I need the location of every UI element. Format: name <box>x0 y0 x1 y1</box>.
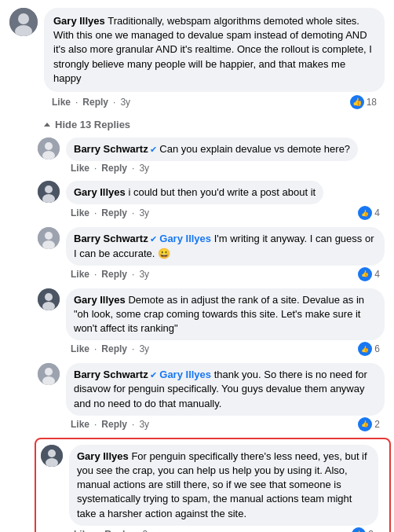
reply-like-count-wrap-1: 👍 4 <box>358 206 380 220</box>
reply-body-2: Barry Schwartz✔ Gary Illyes I'm writing … <box>66 227 385 282</box>
main-comment: Gary Illyes Traditionally, webspam algor… <box>0 0 394 116</box>
hide-replies-button[interactable]: Hide 13 Replies <box>0 116 394 134</box>
reply-like-0[interactable]: Like <box>71 163 89 174</box>
reply-like-count-wrap-3: 👍 6 <box>358 342 380 356</box>
reply-reply-4[interactable]: Reply <box>101 419 127 430</box>
verified-icon-2: ✔ <box>150 234 157 244</box>
reply-author-3: Gary Illyes <box>74 294 126 306</box>
reply-like-count-3: 6 <box>374 343 380 354</box>
main-comment-actions: Like · Reply · 3y 👍 18 <box>44 92 385 111</box>
reply-time-4: 3y <box>139 419 149 430</box>
reply-actions-0: Like · Reply · 3y <box>66 161 385 175</box>
svg-point-19 <box>48 449 56 457</box>
reply-item: Barry Schwartz✔ Gary Illyes thank you. S… <box>35 359 394 435</box>
reply-time-1: 3y <box>139 207 149 218</box>
reply-like-icon-2: 👍 <box>358 267 372 281</box>
reply-author-1: Gary Illyes <box>74 186 126 198</box>
reply-bubble-3: Gary Illyes Demote as in adjust the rank… <box>66 288 385 341</box>
reply-like-5[interactable]: Like <box>74 529 93 532</box>
reply-bubble-4: Barry Schwartz✔ Gary Illyes thank you. S… <box>66 363 385 416</box>
reply-reply-2[interactable]: Reply <box>101 269 127 280</box>
reply-reply-1[interactable]: Reply <box>101 207 127 218</box>
reply-body-1: Gary Illyes i could but then you'd write… <box>66 181 385 222</box>
reply-avatar-barry2 <box>38 227 60 249</box>
reply-bubble-0: Barry Schwartz✔ Can you explain devalue … <box>66 138 358 161</box>
reply-avatar-gary1 <box>38 181 60 203</box>
reply-time-0: 3y <box>139 163 149 174</box>
svg-point-16 <box>45 368 53 376</box>
main-comment-bubble: Gary Illyes Traditionally, webspam algor… <box>44 8 385 92</box>
reply-body-3: Gary Illyes Demote as in adjust the rank… <box>66 288 385 358</box>
replies-section: Barry Schwartz✔ Can you explain devalue … <box>0 134 394 532</box>
reply-time-2: 3y <box>139 269 149 280</box>
reply-avatar-barry1 <box>38 138 60 160</box>
reply-like-icon-3: 👍 <box>358 342 372 356</box>
reply-author-2: Barry Schwartz <box>74 233 148 244</box>
reply-bubble-5: Gary Illyes For penguin specifically the… <box>69 445 378 526</box>
reply-item: Gary Illyes For penguin specifically the… <box>38 441 388 532</box>
svg-point-4 <box>45 142 53 150</box>
reply-like-3[interactable]: Like <box>71 343 89 354</box>
reply-like-2[interactable]: Like <box>71 269 89 280</box>
highlighted-reply-wrapper: Gary Illyes For penguin specifically the… <box>35 438 391 532</box>
svg-point-1 <box>18 13 29 24</box>
reply-item: Gary Illyes i could but then you'd write… <box>35 177 394 223</box>
reply-like-icon-5: 👍 <box>352 527 366 532</box>
main-comment-avatar <box>9 8 38 36</box>
reply-actions-1: Like · Reply · 3y 👍 4 <box>66 204 385 222</box>
main-comment-body: Gary Illyes Traditionally, webspam algor… <box>44 8 385 111</box>
main-like-button[interactable]: Like <box>52 97 71 108</box>
reply-like-count-5: 3 <box>368 529 374 532</box>
reply-like-count-wrap-2: 👍 4 <box>358 267 380 281</box>
main-like-icon: 👍 <box>350 95 364 109</box>
reply-like-count-4: 2 <box>374 419 380 430</box>
reply-actions-3: Like · Reply · 3y 👍 6 <box>66 340 385 358</box>
reply-bubble-1: Gary Illyes i could but then you'd write… <box>66 181 323 204</box>
reply-like-count-1: 4 <box>374 207 380 218</box>
reply-body-4: Barry Schwartz✔ Gary Illyes thank you. S… <box>66 363 385 433</box>
main-comment-author: Gary Illyes <box>53 15 105 27</box>
reply-actions-2: Like · Reply · 3y 👍 4 <box>66 266 385 283</box>
main-like-count-wrap: 👍 18 <box>350 95 377 109</box>
reply-author-5: Gary Illyes <box>77 450 129 462</box>
reply-like-count-wrap-4: 👍 2 <box>358 417 380 431</box>
reply-avatar-barry3 <box>38 363 60 385</box>
reply-body-0: Barry Schwartz✔ Can you explain devalue … <box>66 138 385 175</box>
main-like-count: 18 <box>367 97 377 108</box>
svg-point-10 <box>45 232 53 240</box>
verified-icon-0: ✔ <box>150 145 157 154</box>
reply-item: Barry Schwartz✔ Gary Illyes I'm writing … <box>35 223 394 284</box>
reply-item: Barry Schwartz✔ Can you explain devalue … <box>35 134 394 177</box>
reply-bubble-2: Barry Schwartz✔ Gary Illyes I'm writing … <box>66 227 385 265</box>
svg-point-13 <box>45 293 53 301</box>
reply-body-5: Gary Illyes For penguin specifically the… <box>69 445 378 532</box>
reply-reply-0[interactable]: Reply <box>101 163 127 174</box>
reply-like-4[interactable]: Like <box>71 419 89 430</box>
reply-author-0: Barry Schwartz <box>74 143 148 155</box>
reply-actions-5: Like · Reply · 3y 👍 3 <box>69 526 378 532</box>
reply-text-1: i could but then you'd write a post abou… <box>128 186 316 198</box>
svg-point-7 <box>45 185 53 193</box>
reply-reply-5[interactable]: Reply <box>104 529 130 532</box>
reply-avatar-gary2 <box>38 288 60 310</box>
reply-reply-3[interactable]: Reply <box>101 343 127 354</box>
reply-actions-4: Like · Reply · 3y 👍 2 <box>66 416 385 433</box>
reply-like-1[interactable]: Like <box>71 207 89 218</box>
reply-item: Gary Illyes Demote as in adjust the rank… <box>35 284 394 360</box>
reply-time-5: 3y <box>142 529 152 532</box>
verified-icon-4: ✔ <box>150 370 157 380</box>
reply-like-count-2: 4 <box>374 269 380 280</box>
main-comment-time: 3y <box>120 97 130 108</box>
reply-time-3: 3y <box>139 343 149 354</box>
reply-like-count-wrap-5: 👍 3 <box>352 527 374 532</box>
reply-author-4: Barry Schwartz <box>74 369 148 380</box>
reply-text-0: Can you explain devalue vs demote here? <box>159 143 350 155</box>
main-reply-button[interactable]: Reply <box>82 97 108 108</box>
hide-replies-label: Hide 13 Replies <box>55 119 130 130</box>
chevron-up-icon <box>44 123 50 127</box>
reply-avatar-gary3 <box>41 445 63 467</box>
reply-like-icon-4: 👍 <box>358 417 372 431</box>
reply-like-icon-1: 👍 <box>358 206 372 220</box>
